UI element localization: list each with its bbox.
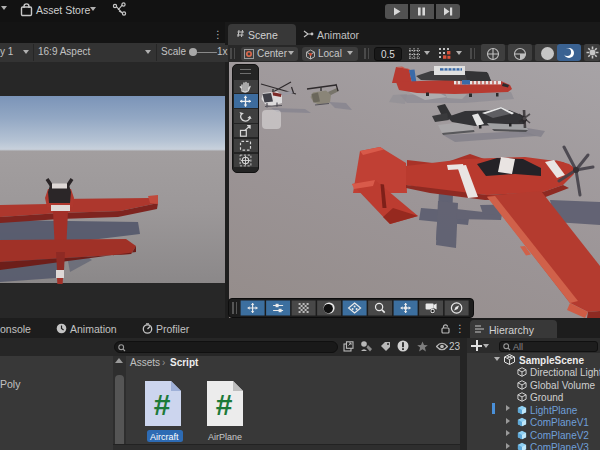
svg-text:#: # xyxy=(154,388,171,421)
svg-text:#: # xyxy=(216,388,233,421)
